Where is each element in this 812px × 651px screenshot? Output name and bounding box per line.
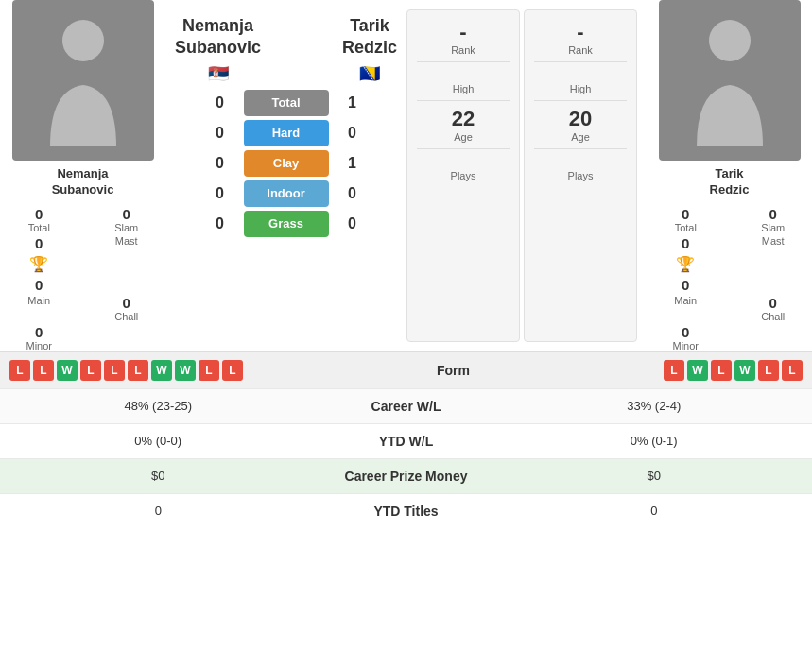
right-player-photo	[659, 0, 801, 161]
left-slam-label: Slam	[114, 222, 138, 233]
left-rank-label: Rank	[451, 44, 475, 56]
left-minor-value: 0	[35, 324, 43, 340]
left-form-badges: LLWLLLWWLL	[9, 360, 243, 381]
form-badge: L	[128, 360, 148, 381]
bottom-rows: 48% (23-25) Career W/L 33% (2-4) 0% (0-0…	[0, 388, 812, 528]
ytd-titles-right: 0	[510, 504, 799, 518]
form-badge: W	[687, 360, 708, 381]
right-minor-label: Minor	[672, 340, 699, 351]
top-section: Nemanja Subanovic 0 Total 0 Slam 0 🏆 0	[0, 0, 812, 351]
vs-total-right: 1	[338, 94, 367, 111]
left-high-label: High	[453, 83, 475, 94]
right-chall-label: Chall	[761, 311, 785, 322]
left-player-stats: 0 Total 0 Slam 0 🏆 0 Mast Main	[0, 206, 165, 351]
right-high-label: High	[570, 83, 592, 94]
career-prize-row: $0 Career Prize Money $0	[0, 458, 812, 493]
left-player-silhouette	[41, 14, 126, 146]
right-mast-label: Mast	[762, 235, 785, 247]
right-rank-row: - Rank	[534, 20, 627, 56]
left-player-name: Nemanja Subanovic	[52, 166, 114, 198]
form-badge: L	[80, 360, 101, 381]
right-total-label: Total	[675, 222, 697, 233]
ytd-titles-label: YTD Titles	[302, 504, 510, 519]
form-label: Form	[243, 363, 664, 378]
vs-hard-btn: Hard	[244, 120, 329, 146]
career-wl-label: Career W/L	[302, 399, 510, 414]
right-slam-value: 0	[769, 206, 777, 222]
left-slam-cell: 0 Slam	[88, 206, 166, 233]
right-age-row: 20 Age	[534, 107, 627, 143]
right-main-label-cell: Main	[647, 295, 725, 322]
form-badge: L	[199, 360, 219, 381]
form-badge: L	[9, 360, 30, 381]
ytd-titles-row: 0 YTD Titles 0	[0, 493, 812, 528]
vs-grass-right: 0	[338, 215, 367, 232]
form-section: LLWLLLWWLL Form LWLWLL	[0, 351, 812, 388]
vs-clay-right: 1	[338, 155, 367, 172]
vs-indoor-right: 0	[338, 185, 367, 202]
left-header-name: Nemanja Subanovic 🇷🇸	[175, 15, 261, 84]
left-chall-cell: 0 Chall	[88, 295, 166, 322]
vs-total-left: 0	[206, 94, 234, 111]
vs-total-btn: Total	[244, 90, 329, 116]
left-total-value: 0	[35, 206, 43, 222]
left-slam-value: 0	[123, 206, 130, 222]
right-main-value: 0	[682, 277, 689, 293]
ytd-wl-left: 0% (0-0)	[14, 434, 302, 448]
left-total-cell: 0 Total	[0, 206, 78, 233]
right-chall-cell: 0 Chall	[734, 295, 813, 322]
players-header: Nemanja Subanovic 🇷🇸 Tarik Redzic 🇧🇦	[165, 6, 406, 84]
career-wl-left: 48% (23-25)	[14, 399, 302, 413]
vs-stats: 0 Total 1 0 Hard 0 0 Clay 1 0 Indoor	[165, 90, 406, 237]
career-wl-right: 33% (2-4)	[510, 399, 799, 413]
left-age-label: Age	[454, 131, 473, 143]
right-trophy-icon: 🏆	[676, 255, 695, 273]
left-chall-label: Chall	[114, 311, 138, 322]
form-badge: W	[734, 360, 755, 381]
right-rank-value: -	[577, 20, 583, 44]
vs-clay-btn: Clay	[244, 150, 329, 177]
left-player-photo	[12, 0, 154, 161]
svg-point-1	[709, 20, 751, 61]
right-total-value: 0	[682, 206, 689, 222]
form-badge: W	[57, 360, 78, 381]
ytd-wl-row: 0% (0-0) YTD W/L 0% (0-1)	[0, 423, 812, 458]
vs-grass-btn: Grass	[244, 211, 329, 237]
form-badge: W	[151, 360, 172, 381]
left-rank-row: - Rank	[417, 20, 510, 56]
right-age-value: 20	[569, 107, 592, 131]
ytd-wl-right: 0% (0-1)	[510, 434, 799, 448]
vs-grass-row: 0 Grass 0	[175, 211, 397, 237]
form-badge: L	[104, 360, 125, 381]
left-main-value: 0	[35, 277, 43, 293]
vs-indoor-btn: Indoor	[244, 180, 329, 207]
left-high-row: High	[417, 68, 510, 94]
left-age-row: 22 Age	[417, 107, 510, 143]
right-slam-cell: 0 Slam	[734, 206, 813, 233]
ytd-titles-left: 0	[14, 504, 302, 518]
career-prize-right: $0	[510, 469, 799, 483]
right-total-cell: 0 Total	[647, 206, 725, 233]
vs-hard-left: 0	[206, 125, 234, 142]
career-wl-row: 48% (23-25) Career W/L 33% (2-4)	[0, 388, 812, 423]
form-badge: L	[758, 360, 779, 381]
left-card-divider-2	[417, 100, 510, 101]
right-mast-label-cell: Mast	[734, 235, 813, 293]
vs-hard-row: 0 Hard 0	[175, 120, 397, 146]
left-card-divider-1	[417, 61, 510, 62]
right-age-label: Age	[571, 131, 590, 143]
form-badge: L	[33, 360, 54, 381]
right-form-badges: LWLWLL	[664, 360, 803, 381]
left-trophy-icon: 🏆	[29, 255, 48, 273]
right-card-divider-3	[534, 148, 627, 149]
right-header-name: Tarik Redzic 🇧🇦	[342, 15, 397, 84]
left-main-label-cell: Main	[0, 295, 78, 322]
left-card-divider-3	[417, 148, 510, 149]
left-main-label: Main	[27, 295, 50, 306]
right-player-name: Tarik Redzic	[710, 166, 750, 198]
vs-hard-right: 0	[338, 125, 367, 142]
left-plays-label: Plays	[451, 170, 476, 181]
left-plays-row: Plays	[417, 155, 510, 181]
left-mast-value: 0	[35, 235, 43, 251]
vs-clay-row: 0 Clay 1	[175, 150, 397, 177]
